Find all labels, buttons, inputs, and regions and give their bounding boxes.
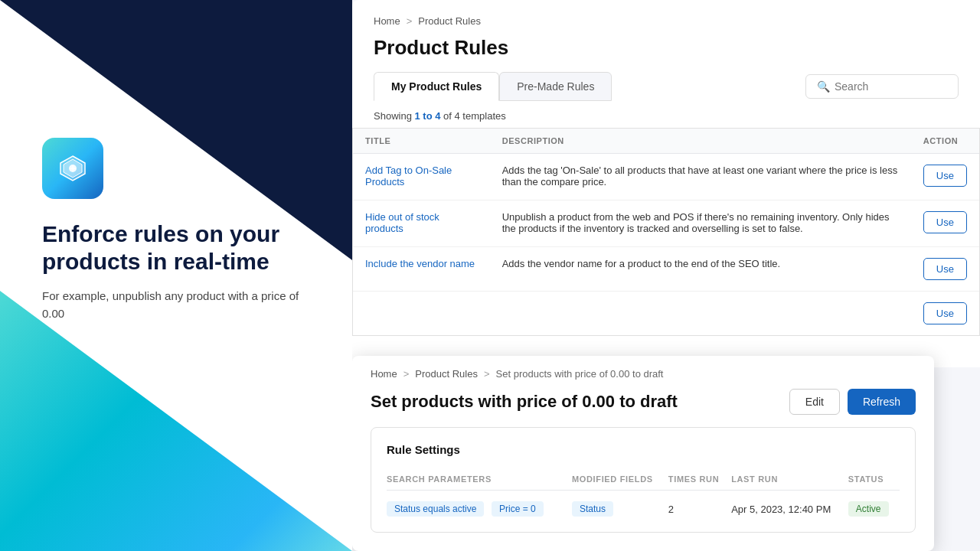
overlay-breadcrumb-current: Set products with price of 0.00 to draft [496,368,664,380]
overlay-breadcrumb-home[interactable]: Home [371,368,397,380]
overlay-breadcrumb-product-rules[interactable]: Product Rules [415,368,478,380]
tab-my-product-rules[interactable]: My Product Rules [374,72,499,101]
rule-description: Adds the vendor name for a product to th… [502,258,781,269]
modified-field-status: Status [572,501,613,517]
overlay-actions: Edit Refresh [789,389,916,415]
table-row: Use [353,292,979,336]
search-icon: 🔍 [817,80,830,93]
edit-button[interactable]: Edit [789,389,840,415]
table-row: Include the vendor name Adds the vendor … [353,247,979,292]
product-rules-panel: Home > Product Rules Product Rules My Pr… [352,0,980,367]
settings-col-times-run: TIMES RUN [668,468,731,491]
breadcrumb: Home > Product Rules [352,0,980,33]
left-headline: Enforce rules on your products in real-t… [42,220,314,276]
search-input[interactable] [835,80,942,93]
settings-col-modified: MODIFIED FIELDS [572,468,668,491]
search-param-status: Status equals active [387,501,484,517]
left-subtext: For example, unpublish any product with … [42,288,314,322]
showing-range: 1 to 4 [414,110,440,122]
table-row: Add Tag to On-Sale Products Adds the tag… [353,154,979,201]
last-run-value: Apr 5, 2023, 12:40 PM [731,504,831,515]
rule-description: Adds the tag 'On-Sale' to all products t… [502,165,898,187]
rule-name-link[interactable]: Add Tag to On-Sale Products [365,165,478,187]
settings-col-last-run: LAST RUN [731,468,848,491]
overlay-breadcrumb: Home > Product Rules > Set products with… [352,356,934,384]
breadcrumb-home[interactable]: Home [374,15,400,27]
rules-table-container: TITLE DESCRIPTION ACTION Add Tag to On-S… [352,128,980,336]
tab-pre-made-rules[interactable]: Pre-Made Rules [499,72,612,101]
search-box[interactable]: 🔍 [805,74,959,99]
rule-name-link[interactable]: Hide out of stock products [365,211,478,234]
overlay-panel: Home > Product Rules > Set products with… [352,356,934,551]
status-badge: Active [848,501,889,517]
tabs-row: My Product Rules Pre-Made Rules 🔍 [352,72,980,101]
use-button-0[interactable]: Use [923,165,967,187]
times-run-value: 2 [668,504,674,515]
settings-row: Status equals active Price = 0 Status 2 … [387,491,900,517]
breadcrumb-product-rules: Product Rules [418,15,481,27]
settings-col-status: STATUS [848,468,900,491]
rule-name-link[interactable]: Include the vendor name [365,258,478,269]
tabs: My Product Rules Pre-Made Rules [374,72,612,101]
rule-description: Unpublish a product from the web and POS… [502,211,890,234]
use-button-3[interactable]: Use [923,302,967,324]
table-row: Hide out of stock products Unpublish a p… [353,201,979,247]
overlay-title: Set products with price of 0.00 to draft [371,392,678,412]
showing-text: Showing 1 to 4 of 4 templates [352,101,980,128]
col-title: TITLE [353,129,490,154]
settings-table: SEARCH PARAMETERS MODIFIED FIELDS TIMES … [387,468,900,517]
search-param-price: Price = 0 [492,501,544,517]
overlay-breadcrumb-sep1: > [403,368,410,380]
svg-text:+: + [70,162,76,174]
settings-col-search: SEARCH PARAMETERS [387,468,572,491]
col-description: DESCRIPTION [490,129,911,154]
page-title: Product Rules [352,33,980,72]
overlay-header: Set products with price of 0.00 to draft… [352,384,934,427]
left-panel: + Enforce rules on your products in real… [0,0,352,551]
use-button-2[interactable]: Use [923,258,967,280]
overlay-breadcrumb-sep2: > [484,368,490,380]
rules-table: TITLE DESCRIPTION ACTION Add Tag to On-S… [353,129,979,335]
use-button-1[interactable]: Use [923,211,967,233]
col-action: ACTION [911,129,979,154]
app-logo: + [42,138,103,199]
breadcrumb-sep1: > [407,15,413,27]
main-content: Home > Product Rules Product Rules My Pr… [352,0,980,551]
refresh-button[interactable]: Refresh [848,389,916,415]
rule-settings-title: Rule Settings [387,443,900,456]
rule-settings-card: Rule Settings SEARCH PARAMETERS MODIFIED… [371,427,916,533]
